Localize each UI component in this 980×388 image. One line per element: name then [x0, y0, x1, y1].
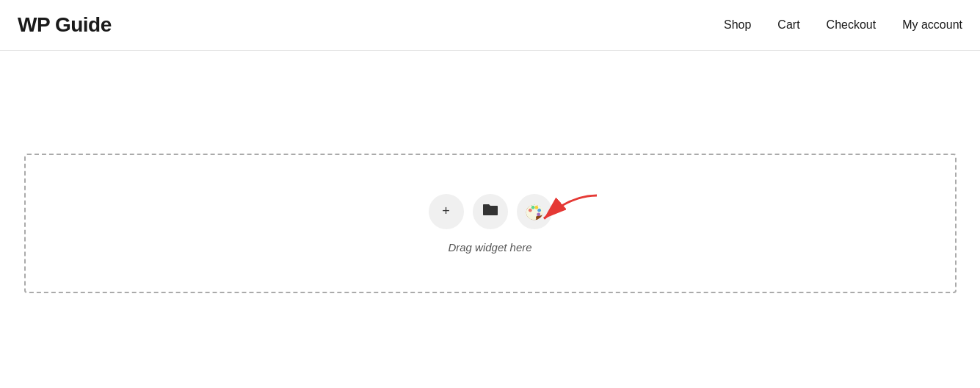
- folder-icon: [482, 203, 498, 220]
- widget-icons-row: +: [429, 194, 552, 229]
- nav-checkout[interactable]: Checkout: [827, 18, 876, 32]
- widget-drop-zone[interactable]: +: [24, 154, 957, 293]
- plus-icon: +: [442, 204, 450, 219]
- site-header: WP Guide Shop Cart Checkout My account: [0, 0, 980, 51]
- drag-widget-label: Drag widget here: [448, 241, 531, 254]
- folder-widget-button[interactable]: [473, 194, 508, 229]
- nav-my-account[interactable]: My account: [902, 18, 962, 32]
- main-content: +: [0, 154, 980, 293]
- add-widget-button[interactable]: +: [429, 194, 464, 229]
- main-nav: Shop Cart Checkout My account: [724, 18, 962, 32]
- nav-cart[interactable]: Cart: [777, 18, 799, 32]
- arrow-indicator: [537, 187, 603, 234]
- nav-shop[interactable]: Shop: [724, 18, 751, 32]
- site-title: WP Guide: [18, 13, 112, 37]
